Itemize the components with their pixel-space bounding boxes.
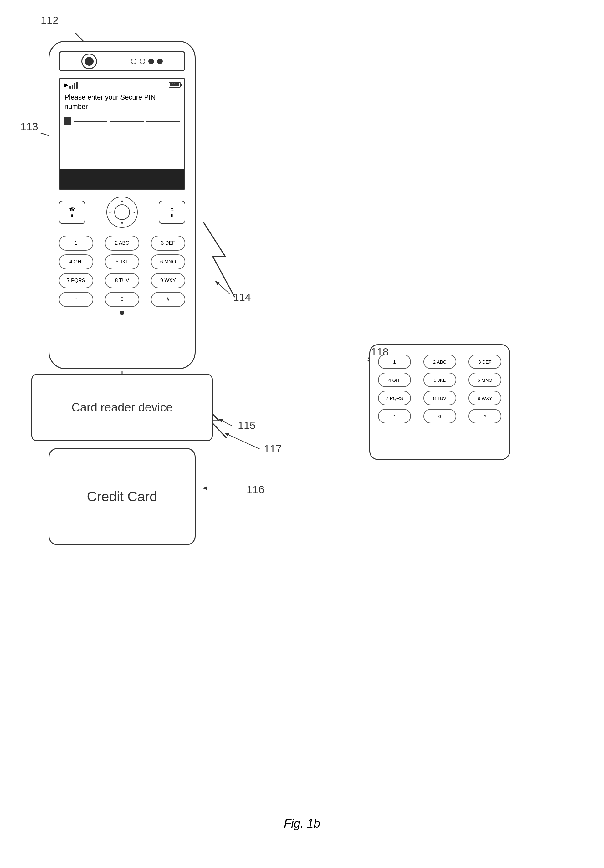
phone-screen: ▶ Please enter your Secure: [59, 78, 185, 190]
remote-key-2abc[interactable]: 2 ABC: [424, 355, 456, 369]
key-1[interactable]: 1: [59, 236, 93, 251]
fig-caption: Fig. 1b: [284, 817, 320, 831]
remote-keypad-row-1: 1 2 ABC 3 DEF: [378, 355, 502, 369]
remote-keypad-row-2: 4 GHI 5 JKL 6 MNO: [378, 373, 502, 387]
screen-black-bar: [60, 169, 184, 189]
remote-keypad-row-4: * 0 #: [378, 409, 502, 423]
ref-label-112: 112: [41, 14, 59, 26]
phone-camera-inner: [85, 57, 93, 66]
nav-call-button: ☎ ▮: [59, 201, 85, 224]
remote-keypad: 1 2 ABC 3 DEF 4 GHI 5 JKL 6 MNO 7 PQRS 8…: [369, 344, 510, 460]
remote-key-0[interactable]: 0: [424, 409, 456, 423]
key-9wxy[interactable]: 9 WXY: [151, 273, 185, 288]
diagram: 112 ▶: [0, 0, 604, 868]
ref-label-116: 116: [247, 484, 264, 496]
keypad-row-1: 1 2 ABC 3 DEF: [59, 236, 185, 251]
remote-keypad-row-3: 7 PQRS 8 TUV 9 WXY: [378, 391, 502, 405]
remote-key-3def[interactable]: 3 DEF: [469, 355, 502, 369]
key-hash[interactable]: #: [151, 292, 185, 307]
svg-line-5: [225, 433, 260, 449]
card-reader-label: Card reader device: [71, 401, 172, 414]
phone-top-bar: [59, 51, 185, 71]
key-7pqrs[interactable]: 7 PQRS: [59, 273, 93, 288]
nav-down: v: [121, 220, 123, 225]
phone-keypad: 1 2 ABC 3 DEF 4 GHI 5 JKL 6 MNO 7 PQRS 8…: [59, 236, 185, 315]
svg-line-2: [216, 282, 230, 294]
credit-card-label: Credit Card: [87, 489, 157, 504]
pin-line: [74, 121, 107, 122]
nav-left: <: [109, 210, 112, 215]
keypad-row-3: 7 PQRS 8 TUV 9 WXY: [59, 273, 185, 288]
pin-entry-area: [60, 114, 184, 129]
signal-icon: ▶: [64, 81, 78, 88]
key-3def[interactable]: 3 DEF: [151, 236, 185, 251]
key-8tuv[interactable]: 8 TUV: [105, 273, 139, 288]
keypad-row-2: 4 GHI 5 JKL 6 MNO: [59, 254, 185, 270]
nav-up: ^: [121, 199, 123, 204]
ref-label-114: 114: [233, 291, 251, 303]
ref-label-117: 117: [264, 443, 282, 455]
svg-line-3: [219, 419, 231, 426]
card-reader-device: Card reader device: [31, 374, 213, 441]
remote-key-9wxy[interactable]: 9 WXY: [469, 391, 502, 405]
phone-device: ▶ Please enter your Secure: [48, 41, 196, 369]
screen-status-bar: ▶: [60, 79, 184, 91]
pin-line-3: [146, 121, 180, 122]
phone-dots: [131, 59, 163, 64]
phone-bottom-dot: [120, 311, 124, 315]
nav-center-btn: [114, 204, 130, 220]
phone-dot-3: [148, 59, 154, 64]
screen-message: Please enter your Secure PIN number: [60, 91, 184, 114]
credit-card: Credit Card: [48, 448, 196, 545]
key-5jkl[interactable]: 5 JKL: [105, 254, 139, 270]
remote-key-star[interactable]: *: [378, 409, 411, 423]
remote-key-8tuv[interactable]: 8 TUV: [424, 391, 456, 405]
phone-nav: ☎ ▮ ^ v < > C ▮: [59, 197, 185, 228]
remote-key-6mno[interactable]: 6 MNO: [469, 373, 502, 387]
key-2abc[interactable]: 2 ABC: [105, 236, 139, 251]
nav-dpad: ^ v < >: [106, 197, 138, 228]
nav-clear-button: C ▮: [159, 201, 185, 224]
key-6mno[interactable]: 6 MNO: [151, 254, 185, 270]
battery-icon: [169, 82, 180, 88]
nav-right: >: [132, 210, 135, 215]
remote-key-4ghi[interactable]: 4 GHI: [378, 373, 411, 387]
remote-key-7pqrs[interactable]: 7 PQRS: [378, 391, 411, 405]
phone-camera: [81, 54, 97, 69]
ref-label-115: 115: [238, 419, 256, 431]
phone-dot-4: [157, 59, 163, 64]
remote-key-hash[interactable]: #: [469, 409, 502, 423]
phone-dot-2: [140, 59, 145, 64]
ref-label-113: 113: [20, 121, 38, 133]
remote-key-5jkl[interactable]: 5 JKL: [424, 373, 456, 387]
key-star[interactable]: *: [59, 292, 93, 307]
pin-line-2: [110, 121, 143, 122]
key-0[interactable]: 0: [105, 292, 139, 307]
key-4ghi[interactable]: 4 GHI: [59, 254, 93, 270]
ref-label-118: 118: [371, 346, 389, 358]
phone-dot-1: [131, 59, 137, 64]
keypad-row-4: * 0 #: [59, 292, 185, 307]
pin-cursor: [64, 117, 71, 126]
